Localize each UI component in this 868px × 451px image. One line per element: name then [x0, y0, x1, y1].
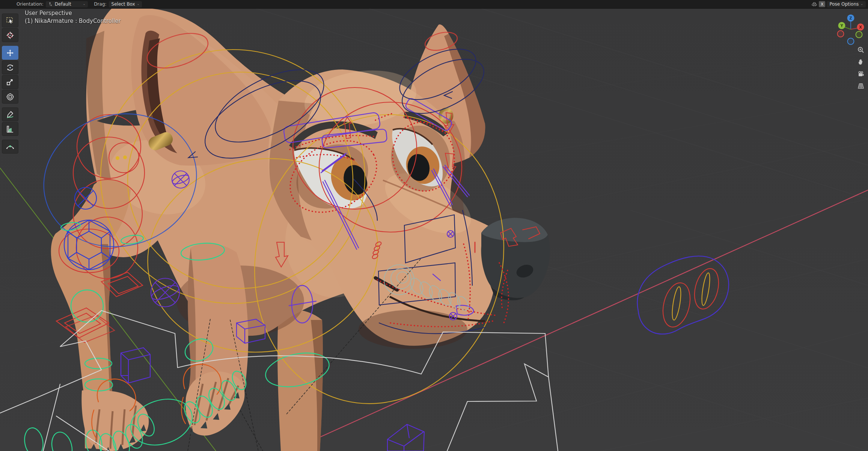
gizmo-negative-z-axis[interactable]: [848, 38, 854, 45]
navigation-gizmo[interactable]: Z X Y: [833, 11, 868, 47]
scale-icon: [6, 78, 14, 86]
viewport-info-text: User Perspective (1) NikaArmature : Body…: [25, 9, 121, 25]
blender-window: { "header": { "orientation": { "label": …: [0, 0, 868, 451]
annotate-pencil-icon: [6, 110, 14, 119]
cursor-icon: [6, 31, 14, 39]
transform-icon: [6, 93, 14, 101]
tool-measure[interactable]: [2, 122, 18, 136]
toggle-ortho-button[interactable]: [856, 81, 865, 91]
view-perspective-label: User Perspective: [25, 9, 121, 17]
tool-move[interactable]: [2, 46, 18, 60]
tool-annotate[interactable]: [2, 107, 18, 121]
move-icon: [6, 49, 14, 57]
rotate-icon: [6, 63, 14, 72]
drag-label: Drag:: [94, 2, 106, 7]
tool-select-box[interactable]: [2, 14, 18, 27]
measure-icon: [6, 125, 14, 133]
pose-options-value: Pose Options: [829, 2, 859, 7]
perspective-grid-icon: [857, 82, 865, 90]
tool-rotate[interactable]: [2, 60, 18, 74]
viewport-side-buttons: [856, 45, 865, 91]
dog-center-front-leg: [185, 243, 248, 436]
pose-breakdowner-icon: [6, 143, 14, 151]
zoom-button[interactable]: [856, 45, 865, 54]
pose-options-dropdown[interactable]: Pose Options ⌄: [827, 1, 866, 8]
magnifier-plus-icon: [857, 46, 865, 54]
gizmo-negative-x-axis[interactable]: [838, 31, 844, 37]
gizmo-x-label: X: [859, 25, 862, 29]
drag-dropdown[interactable]: Select Box ⌄: [109, 1, 142, 8]
viewport-3d-scene[interactable]: [0, 8, 868, 451]
viewport-header: Orientation: Default ⌄ Drag: Select Box …: [0, 0, 868, 9]
pose-mirror-x-icon: [811, 2, 817, 7]
tool-cursor[interactable]: [2, 28, 18, 42]
orientation-value: Default: [55, 2, 71, 7]
camera-icon: [857, 70, 865, 78]
camera-view-button[interactable]: [856, 69, 865, 78]
chevron-down-icon: ⌄: [83, 3, 86, 6]
select-box-icon: [6, 17, 14, 25]
tool-scale[interactable]: [2, 75, 18, 89]
tool-transform[interactable]: [2, 90, 18, 104]
active-object-label: (1) NikaArmature : BodyController: [25, 17, 121, 25]
mirror-x-toggle[interactable]: X: [819, 1, 825, 7]
drag-value: Select Box: [112, 2, 135, 7]
hand-icon: [857, 58, 865, 66]
gizmo-y-label: Y: [840, 24, 843, 28]
orientation-label: Orientation:: [17, 2, 44, 7]
orientation-dropdown[interactable]: Default ⌄: [46, 1, 88, 8]
tool-pose-breakdowner[interactable]: [2, 140, 18, 154]
gizmo-z-label: Z: [849, 16, 852, 20]
gizmo-negative-y-axis[interactable]: [856, 32, 862, 38]
tool-shelf: [2, 14, 18, 154]
pan-button[interactable]: [856, 57, 865, 66]
chevron-down-icon: ⌄: [860, 3, 863, 6]
transform-orientation-icon: [48, 2, 53, 6]
chevron-down-icon: ⌄: [137, 3, 140, 6]
